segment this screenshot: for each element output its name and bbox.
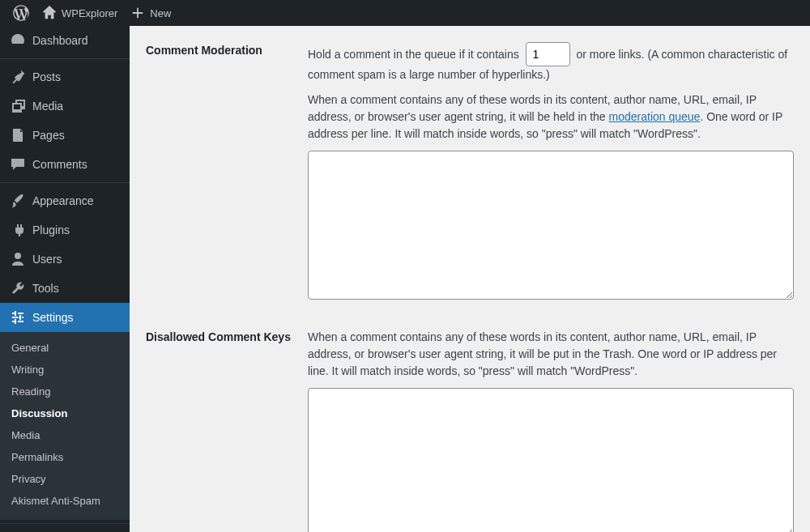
moderation-keys-description: When a comment contains any of these wor… — [308, 92, 794, 143]
moderation-links-description: Hold a comment in the queue if it contai… — [308, 42, 794, 83]
user-icon — [10, 251, 26, 267]
wordpress-icon — [13, 5, 29, 21]
sidebar-item-plugins[interactable]: Plugins — [0, 215, 130, 245]
sidebar-item-label: Appearance — [32, 194, 94, 207]
new-label: New — [150, 7, 171, 19]
sidebar-item-appearance[interactable]: Appearance — [0, 186, 130, 215]
page-icon — [10, 127, 26, 143]
home-icon — [42, 6, 57, 20]
settings-discussion-page: Comment Moderation Hold a comment in the… — [130, 26, 810, 532]
sidebar-item-label: Comments — [32, 158, 87, 171]
sidebar-item-label: Plugins — [32, 223, 70, 236]
moderation-queue-link[interactable]: moderation queue — [609, 110, 701, 123]
site-name-label: WPExplorer — [62, 7, 117, 19]
submenu-item-discussion[interactable]: Discussion — [0, 402, 130, 424]
sidebar-item-label: Users — [32, 253, 62, 266]
admin-bar: WPExplorer New — [0, 0, 810, 26]
admin-sidebar: Dashboard Posts Media Pages Comments App… — [0, 26, 130, 532]
sidebar-item-tools[interactable]: Tools — [0, 274, 130, 303]
dashboard-icon — [10, 32, 26, 49]
sidebar-item-label: Dashboard — [32, 34, 88, 47]
sidebar-item-media[interactable]: Media — [0, 92, 130, 121]
sidebar-item-label: Posts — [32, 70, 61, 83]
sidebar-item-label: Media — [32, 100, 63, 113]
moderation-keys-textarea[interactable] — [308, 151, 794, 300]
comment-moderation-field: Hold a comment in the queue if it contai… — [308, 42, 794, 304]
sliders-icon — [10, 309, 26, 326]
sidebar-item-yoast[interactable]: Yoast SEO — [0, 527, 130, 532]
submenu-item-general[interactable]: General — [0, 337, 130, 359]
sidebar-item-label: Tools — [32, 282, 59, 295]
comment-icon — [10, 156, 26, 172]
settings-submenu: General Writing Reading Discussion Media… — [0, 332, 130, 520]
menu-separator — [0, 523, 130, 524]
brush-icon — [10, 193, 26, 209]
sidebar-item-users[interactable]: Users — [0, 245, 130, 274]
text: Hold a comment in the queue if it contai… — [308, 48, 519, 61]
disallowed-keys-label: Disallowed Comment Keys — [146, 329, 308, 343]
plus-icon — [130, 6, 145, 20]
wp-logo[interactable] — [6, 0, 36, 26]
submenu-item-privacy[interactable]: Privacy — [0, 468, 130, 490]
sidebar-item-posts[interactable]: Posts — [0, 62, 130, 92]
pin-icon — [10, 69, 26, 85]
wrench-icon — [10, 280, 26, 296]
plug-icon — [10, 222, 26, 238]
sidebar-item-pages[interactable]: Pages — [0, 121, 130, 150]
submenu-item-writing[interactable]: Writing — [0, 359, 130, 381]
menu-separator — [0, 58, 130, 59]
disallowed-keys-field: When a comment contains any of these wor… — [308, 329, 794, 532]
submenu-item-permalinks[interactable]: Permalinks — [0, 446, 130, 468]
disallowed-keys-row: Disallowed Comment Keys When a comment c… — [146, 329, 794, 532]
submenu-item-reading[interactable]: Reading — [0, 381, 130, 402]
disallowed-keys-textarea[interactable] — [308, 388, 794, 532]
sidebar-item-label: Pages — [32, 129, 65, 142]
comment-moderation-row: Comment Moderation Hold a comment in the… — [146, 42, 794, 304]
media-icon — [10, 98, 26, 114]
sidebar-item-dashboard[interactable]: Dashboard — [0, 26, 130, 55]
submenu-item-media[interactable]: Media — [0, 424, 130, 446]
sidebar-item-settings[interactable]: Settings — [0, 303, 130, 332]
submenu-item-akismet[interactable]: Akismet Anti-Spam — [0, 490, 130, 512]
admin-bar-site-name[interactable]: WPExplorer — [36, 0, 124, 26]
comment-moderation-label: Comment Moderation — [146, 42, 308, 57]
sidebar-item-label: Settings — [32, 311, 74, 324]
sidebar-item-comments[interactable]: Comments — [0, 150, 130, 179]
moderation-links-input[interactable] — [526, 42, 570, 66]
admin-bar-new[interactable]: New — [124, 0, 177, 26]
disallowed-keys-description: When a comment contains any of these wor… — [308, 329, 794, 380]
menu-separator — [0, 182, 130, 183]
